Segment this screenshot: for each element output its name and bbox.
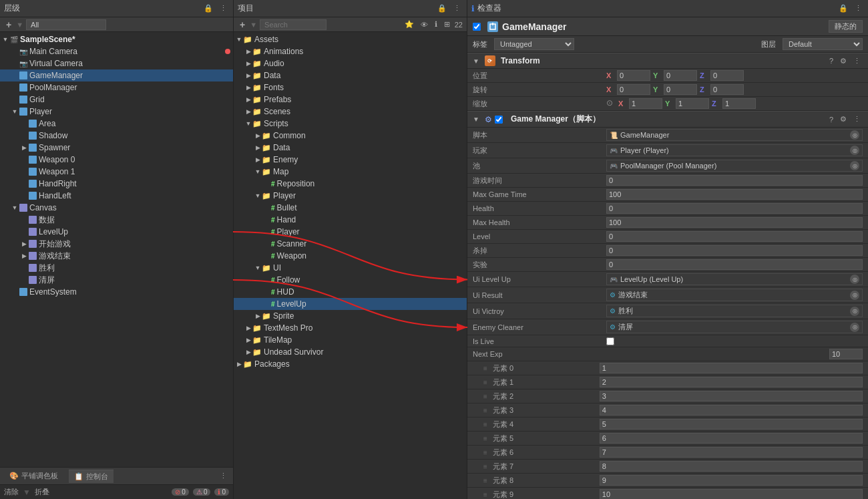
project-reposition[interactable]: ▶ # Reposition <box>234 178 467 190</box>
project-undead-survivor[interactable]: ▶ 📁 Undead Survivor <box>234 346 467 358</box>
project-player-script[interactable]: ▶ # Player <box>234 226 467 238</box>
collapse-btn[interactable]: 折叠 <box>35 487 49 497</box>
array-item-input-7[interactable] <box>600 461 863 472</box>
project-packages[interactable]: ▶ 📁 Packages <box>234 358 467 370</box>
project-tilemap[interactable]: ▶ 📁 TileMap <box>234 334 467 346</box>
array-item-input-2[interactable] <box>600 391 863 401</box>
rotation-y-input[interactable] <box>664 84 697 95</box>
hierarchy-item-victory[interactable]: ▶ 胜利 <box>0 262 233 274</box>
clear-btn[interactable]: 清除 <box>4 487 19 497</box>
array-item-input-9[interactable] <box>600 489 863 499</box>
project-layers-btn[interactable]: ⊞ <box>442 19 452 29</box>
project-fonts[interactable]: ▶ 📁 Fonts <box>234 81 467 94</box>
game-time-input[interactable] <box>606 175 863 186</box>
tag-select[interactable]: Untagged <box>494 38 574 50</box>
hierarchy-menu-btn[interactable]: ⋮ <box>218 3 229 13</box>
hierarchy-add-btn[interactable]: + <box>4 19 13 31</box>
array-item-input-6[interactable] <box>600 447 863 458</box>
hierarchy-lock-btn[interactable]: 🔒 <box>202 3 215 13</box>
position-x-input[interactable] <box>617 70 650 81</box>
project-scripts[interactable]: ▼ 📁 Scripts <box>234 118 467 130</box>
project-menu-btn[interactable]: ⋮ <box>451 3 463 13</box>
array-item-input-1[interactable] <box>600 377 863 387</box>
hierarchy-search-input[interactable] <box>26 19 106 30</box>
project-bullet[interactable]: ▶ # Bullet <box>234 202 467 214</box>
hierarchy-item-virtual-camera[interactable]: ▶ 📷 Virtual Camera <box>0 57 233 69</box>
enemy-cleaner-picker-btn[interactable]: ◎ <box>850 323 859 332</box>
position-z-input[interactable] <box>710 70 744 81</box>
kill-input[interactable] <box>606 245 863 256</box>
static-btn[interactable]: 静态的 <box>829 20 863 33</box>
project-player-scripts[interactable]: ▼ 📁 Player <box>234 190 467 202</box>
array-item-input-8[interactable] <box>600 475 863 486</box>
project-data-scripts[interactable]: ▶ 📁 Data <box>234 142 467 154</box>
project-common[interactable]: ▶ 📁 Common <box>234 130 467 142</box>
project-animations[interactable]: ▶ 📁 Animations <box>234 45 467 57</box>
hierarchy-item-main-camera[interactable]: ▶ 📷 Main Camera <box>0 45 233 57</box>
transform-help-btn[interactable]: ? <box>827 56 835 65</box>
gm-help-btn[interactable]: ? <box>827 115 835 124</box>
ui-result-picker-btn[interactable]: ◎ <box>850 291 859 300</box>
project-weapon-script[interactable]: ▶ # Weapon <box>234 250 467 262</box>
gm-menu-btn[interactable]: ⋮ <box>851 114 863 124</box>
max-health-input[interactable] <box>606 217 863 228</box>
project-eye-btn[interactable]: 👁 <box>419 20 430 29</box>
max-game-time-input[interactable] <box>606 189 863 200</box>
hierarchy-item-event-system[interactable]: ▶ EventSystem <box>0 286 233 298</box>
hierarchy-item-handleft[interactable]: ▶ HandLeft <box>0 190 233 202</box>
hierarchy-item-levelup[interactable]: ▶ LevelUp <box>0 226 233 238</box>
script-picker-btn[interactable]: ◎ <box>850 130 859 140</box>
project-sprite[interactable]: ▶ 📁 Sprite <box>234 310 467 322</box>
project-fav-btn[interactable]: ⭐ <box>403 19 416 29</box>
project-hand[interactable]: ▶ # Hand <box>234 214 467 226</box>
hierarchy-item-spawner[interactable]: ▶ Spawner <box>0 142 233 154</box>
exp-input[interactable] <box>606 259 863 270</box>
project-prefabs[interactable]: ▶ 📁 Prefabs <box>234 94 467 106</box>
hierarchy-item-shadow[interactable]: ▶ Shadow <box>0 130 233 142</box>
transform-component-header[interactable]: ▼ ⟳ Transform ? ⚙ ⋮ <box>467 53 868 69</box>
is-live-checkbox[interactable] <box>606 337 614 345</box>
project-info-btn[interactable]: ℹ <box>433 19 439 29</box>
array-item-input-5[interactable] <box>600 433 863 444</box>
project-textmesh-pro[interactable]: ▶ 📁 TextMesh Pro <box>234 322 467 334</box>
ui-level-up-picker-btn[interactable]: ◎ <box>850 275 859 284</box>
array-item-input-4[interactable] <box>600 419 863 430</box>
hierarchy-item-weapon0[interactable]: ▶ Weapon 0 <box>0 154 233 166</box>
player-picker-btn[interactable]: ◎ <box>850 146 859 155</box>
health-input[interactable] <box>606 203 863 214</box>
scale-x-input[interactable] <box>629 98 662 109</box>
scene-root[interactable]: ▼ 🎬 SampleScene* <box>0 33 233 45</box>
project-add-btn[interactable]: + <box>238 19 247 31</box>
console-tab[interactable]: 📋 控制台 <box>69 470 114 483</box>
hierarchy-item-start-game[interactable]: ▶ 开始游戏 <box>0 238 233 250</box>
scale-y-input[interactable] <box>676 98 709 109</box>
project-assets[interactable]: ▼ 📁 Assets <box>234 33 467 45</box>
hierarchy-item-handright[interactable]: ▶ HandRight <box>0 178 233 190</box>
project-audio[interactable]: ▶ 📁 Audio <box>234 57 467 69</box>
project-data[interactable]: ▶ 📁 Data <box>234 69 467 81</box>
game-manager-component-header[interactable]: ▼ ⚙ Game Manager（脚本） ? ⚙ ⋮ <box>467 111 868 128</box>
project-scenes[interactable]: ▶ 📁 Scenes <box>234 106 467 118</box>
array-item-input-0[interactable] <box>600 363 863 373</box>
project-ui[interactable]: ▼ 📁 UI <box>234 262 467 274</box>
pool-picker-btn[interactable]: ◎ <box>850 161 859 170</box>
object-active-checkbox[interactable] <box>473 23 481 31</box>
transform-settings-btn[interactable]: ⚙ <box>838 56 849 66</box>
project-levelup-script[interactable]: ▶ # LevelUp <box>234 298 467 310</box>
hierarchy-item-pool-manager[interactable]: ▶ PoolManager <box>0 81 233 94</box>
hierarchy-item-canvas[interactable]: ▼ Canvas <box>0 202 233 214</box>
project-lock-btn[interactable]: 🔒 <box>435 3 449 13</box>
gm-settings-btn[interactable]: ⚙ <box>838 114 849 124</box>
palette-tab[interactable]: 🎨 平铺调色板 <box>4 470 63 482</box>
hierarchy-item-game-result[interactable]: ▶ 游戏结束 <box>0 250 233 262</box>
position-y-input[interactable] <box>664 70 697 81</box>
hierarchy-item-grid[interactable]: ▶ Grid <box>0 94 233 106</box>
array-item-input-3[interactable] <box>600 405 863 415</box>
transform-menu-btn[interactable]: ⋮ <box>851 56 863 66</box>
rotation-x-input[interactable] <box>617 84 650 95</box>
gm-active-checkbox[interactable] <box>495 116 503 124</box>
next-exp-size[interactable] <box>829 349 863 359</box>
layer-select[interactable]: Default <box>783 38 863 50</box>
hierarchy-item-clear[interactable]: ▶ 清屏 <box>0 274 233 286</box>
hierarchy-item-weapon1[interactable]: ▶ Weapon 1 <box>0 166 233 178</box>
